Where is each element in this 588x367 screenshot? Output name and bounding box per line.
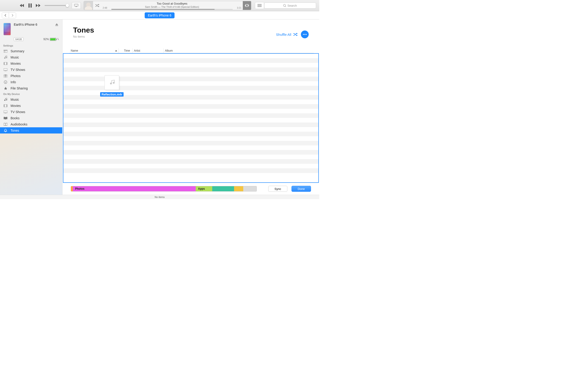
- sidebar-item-label: File Sharing: [10, 86, 28, 90]
- sidebar-item-label: Audiobooks: [10, 123, 27, 126]
- page-subtitle: No items: [73, 35, 94, 38]
- info-icon: [3, 81, 8, 84]
- column-album[interactable]: Album: [164, 48, 196, 53]
- sidebar-item-device-music[interactable]: Music: [0, 96, 62, 102]
- summary-icon: [3, 50, 8, 52]
- search-placeholder: Search: [287, 4, 297, 7]
- drop-target[interactable]: Reflection.m4r: [63, 53, 319, 183]
- camera-icon: [3, 75, 8, 77]
- previous-button[interactable]: [20, 4, 24, 7]
- svg-point-17: [110, 83, 112, 84]
- sidebar-item-label: Music: [10, 98, 19, 101]
- svg-point-18: [113, 82, 114, 83]
- device-tab[interactable]: Earth's iPhone 6: [145, 12, 174, 18]
- book-icon: [3, 117, 8, 119]
- nav-forward-button[interactable]: [9, 13, 16, 18]
- status-text: No items: [155, 196, 164, 198]
- repeat-button[interactable]: [243, 1, 251, 10]
- music-icon: [3, 98, 8, 101]
- now-playing-display: Too Good at Goodbyes Sam Smith — The Thr…: [84, 1, 251, 10]
- sidebar-item-movies[interactable]: Movies: [0, 60, 62, 67]
- device-header: Earth's iPhone 6 64GB 92% ϟ: [0, 19, 62, 43]
- sidebar-item-label: Movies: [10, 62, 21, 65]
- sidebar-item-label: Movies: [10, 104, 21, 108]
- sidebar-item-device-tones[interactable]: Tones: [0, 127, 62, 133]
- search-input[interactable]: Search: [264, 2, 316, 8]
- column-artist[interactable]: Artist: [132, 48, 164, 53]
- storage-seg-other1: [212, 186, 234, 191]
- sidebar-background: [0, 133, 62, 195]
- sidebar-item-label: TV Shows: [10, 68, 25, 72]
- now-playing-subtitle: Sam Smith — The Thrill of It All (Specia…: [101, 6, 243, 8]
- svg-point-11: [5, 75, 6, 77]
- svg-rect-7: [4, 50, 7, 52]
- svg-point-6: [284, 4, 285, 6]
- column-time[interactable]: Time: [119, 48, 132, 53]
- svg-point-13: [4, 100, 5, 101]
- status-bar: No items: [0, 195, 319, 199]
- next-button[interactable]: [36, 4, 40, 7]
- nav-back-button[interactable]: [2, 13, 9, 18]
- sidebar-item-device-movies[interactable]: Movies: [0, 102, 62, 109]
- shuffle-icon: [293, 33, 298, 36]
- svg-rect-1: [31, 3, 32, 8]
- pause-button[interactable]: [28, 3, 32, 8]
- shuffle-all-button[interactable]: Shuffle All: [276, 33, 298, 36]
- svg-rect-5: [258, 6, 262, 7]
- appstore-icon: [3, 87, 8, 90]
- device-name: Earth's iPhone 6: [14, 23, 37, 26]
- dragged-file-name: Reflection.m4r: [100, 92, 124, 97]
- up-next-button[interactable]: [255, 2, 264, 9]
- content-area: Tones No items Shuffle All Name Time Art…: [62, 19, 319, 195]
- more-options-button[interactable]: [301, 31, 309, 38]
- sidebar-item-label: Summary: [10, 49, 24, 53]
- device-thumbnail-icon: [3, 23, 11, 35]
- sidebar-item-filesharing[interactable]: File Sharing: [0, 85, 62, 91]
- svg-rect-0: [28, 3, 30, 8]
- sidebar-item-info[interactable]: Info: [0, 79, 62, 85]
- volume-slider[interactable]: [44, 5, 68, 6]
- svg-rect-4: [258, 5, 262, 6]
- tv-icon: [3, 68, 8, 71]
- secondary-toolbar: Earth's iPhone 6: [0, 11, 319, 19]
- shuffle-all-label: Shuffle All: [276, 33, 291, 36]
- movies-icon: [3, 104, 8, 107]
- eject-button[interactable]: [55, 23, 58, 27]
- sidebar-item-label: Tones: [10, 129, 19, 132]
- section-device-label: On My Device: [0, 91, 62, 96]
- sidebar-item-device-audiobooks[interactable]: Audiobooks: [0, 121, 62, 127]
- file-icon: [104, 75, 119, 90]
- sidebar-item-label: Books: [10, 116, 19, 120]
- bell-icon: [3, 129, 8, 132]
- storage-seg-audio: [71, 186, 73, 191]
- total-time: 3:21: [237, 7, 242, 9]
- column-name[interactable]: Name: [69, 48, 119, 53]
- svg-rect-2: [74, 4, 78, 6]
- storage-meter: Photos Apps: [71, 186, 257, 192]
- section-settings-label: Settings: [0, 43, 62, 48]
- sidebar-item-summary[interactable]: Summary: [0, 48, 62, 54]
- sidebar-item-label: Photos: [10, 74, 21, 78]
- storage-seg-photos: Photos: [73, 186, 196, 191]
- progress-bar[interactable]: [111, 9, 233, 10]
- sidebar-item-device-tvshows[interactable]: TV Shows: [0, 109, 62, 115]
- sync-button[interactable]: Sync: [268, 186, 287, 192]
- sidebar-item-label: Info: [10, 80, 16, 84]
- shuffle-icon[interactable]: [93, 1, 101, 10]
- sidebar-item-device-books[interactable]: Books: [0, 115, 62, 121]
- audiobook-icon: [3, 123, 8, 126]
- album-art-thumb[interactable]: [84, 1, 93, 10]
- dragged-file[interactable]: Reflection.m4r: [100, 75, 124, 97]
- sidebar-item-music[interactable]: Music: [0, 54, 62, 60]
- music-icon: [3, 56, 8, 59]
- done-button[interactable]: Done: [292, 186, 311, 192]
- sidebar-item-tvshows[interactable]: TV Shows: [0, 67, 62, 73]
- sort-asc-icon: [115, 50, 117, 51]
- movies-icon: [3, 62, 8, 65]
- tv-icon: [3, 110, 8, 113]
- elapsed-time: 2:48: [103, 7, 107, 9]
- capacity-badge: 64GB: [14, 37, 23, 41]
- sidebar-item-photos[interactable]: Photos: [0, 73, 62, 79]
- airplay-button[interactable]: [72, 2, 81, 9]
- table-header: Name Time Artist Album: [69, 48, 314, 53]
